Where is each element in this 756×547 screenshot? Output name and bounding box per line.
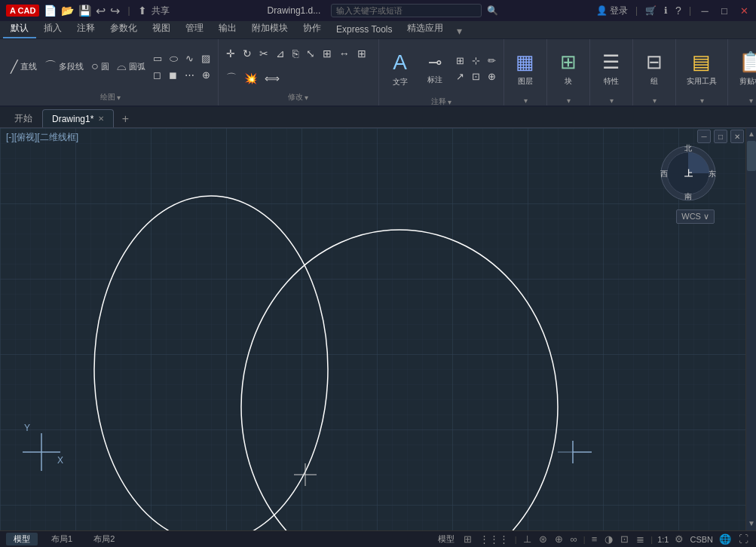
offset-btn[interactable]: ⊞ <box>320 46 335 61</box>
ribbon-tab-annotate[interactable]: 注释 <box>69 20 103 38</box>
ribbon-tab-manage[interactable]: 管理 <box>178 20 211 38</box>
tab-drawing1[interactable]: Drawing1* ✕ <box>42 109 114 127</box>
polar-toggle[interactable]: ⊛ <box>537 533 549 545</box>
search-input[interactable] <box>331 4 482 17</box>
extend-btn[interactable]: ↔ <box>336 46 353 61</box>
fillet-btn[interactable]: ⌒ <box>223 70 240 87</box>
settings-icon[interactable]: ⚙ <box>673 533 685 545</box>
ribbon-tab-default[interactable]: 默认 <box>3 20 36 38</box>
share-icon[interactable]: ⬆ <box>138 5 147 17</box>
mirror-btn[interactable]: ⊿ <box>273 46 288 61</box>
ribbon-tab-parametric[interactable]: 参数化 <box>103 20 145 38</box>
ortho-toggle[interactable]: ⊥ <box>522 533 533 545</box>
search-icon[interactable]: 🔍 <box>487 5 498 16</box>
center-mark-btn[interactable]: ⊕ <box>485 69 499 84</box>
arc-btn[interactable]: ⌓ 圆弧 <box>114 58 148 75</box>
layers-btn[interactable]: ▦ 图层 <box>509 42 542 95</box>
stretch-btn[interactable]: ⟺ <box>262 71 283 86</box>
draw-more-btn[interactable]: ⋯ <box>182 68 197 82</box>
props-group-expand[interactable]: ▾ <box>610 96 614 105</box>
cart-icon[interactable]: 🛒 <box>645 5 657 16</box>
draw-group-expand[interactable]: ▾ <box>117 93 121 102</box>
scrollbar-right[interactable]: ▲ ▼ <box>745 128 756 530</box>
help-icon[interactable]: ? <box>675 5 681 17</box>
info-icon[interactable]: ℹ <box>664 5 668 16</box>
region-btn[interactable]: ◻ <box>150 68 164 82</box>
ribbon-tab-express[interactable]: Express Tools <box>329 22 399 38</box>
lineweight-toggle[interactable]: ≡ <box>590 533 599 545</box>
open-icon[interactable]: 📂 <box>61 5 74 17</box>
markup-btn[interactable]: ✏ <box>485 53 499 68</box>
canvas-close-btn[interactable]: ✕ <box>730 130 744 143</box>
utilities-btn[interactable]: ▤ 实用工具 <box>681 42 723 95</box>
explode-btn[interactable]: 💥 <box>241 71 260 86</box>
trim-btn[interactable]: ✂ <box>256 46 271 61</box>
language-icon[interactable]: 🌐 <box>718 533 733 545</box>
wcs-badge[interactable]: WCS ∨ <box>676 209 715 224</box>
status-tab-layout1[interactable]: 布局1 <box>44 533 80 545</box>
status-tab-model[interactable]: 模型 <box>6 533 38 545</box>
canvas-maximize-btn[interactable]: □ <box>714 130 727 143</box>
ribbon-tab-collaborate[interactable]: 协作 <box>295 20 329 38</box>
snap-toggle[interactable]: ⋮⋮⋮ <box>478 533 510 545</box>
scroll-up-btn[interactable]: ▲ <box>746 128 756 139</box>
layers-group-expand[interactable]: ▾ <box>524 96 528 105</box>
scroll-thumb[interactable] <box>747 141 756 171</box>
polyline-btn[interactable]: ⌒ 多段线 <box>41 57 87 76</box>
line-btn[interactable]: ╱ 直线 <box>8 58 40 75</box>
new-icon[interactable]: 📄 <box>44 5 57 17</box>
hatch-btn[interactable]: ▨ <box>198 51 213 66</box>
scroll-down-btn[interactable]: ▼ <box>746 518 756 529</box>
more-ribbon-btn[interactable]: ▾ <box>454 23 465 38</box>
tab-drawing1-close[interactable]: ✕ <box>98 115 104 123</box>
otrack-toggle[interactable]: ∞ <box>569 533 579 545</box>
ribbon-tab-output[interactable]: 输出 <box>211 20 244 38</box>
group-btn[interactable]: ⊟ 组 <box>638 42 671 95</box>
text-btn[interactable]: A 文字 <box>384 42 417 95</box>
dynamic-toggle[interactable]: ⊡ <box>619 533 630 545</box>
move-btn[interactable]: ✛ <box>223 46 238 61</box>
save-icon[interactable]: 💾 <box>78 5 91 17</box>
fullscreen-icon[interactable]: ⛶ <box>737 533 750 545</box>
modify-group-expand[interactable]: ▾ <box>305 93 308 102</box>
status-tab-layout2[interactable]: 布局2 <box>86 533 122 545</box>
annotation-group-expand[interactable]: ▾ <box>448 98 451 106</box>
osnap-toggle[interactable]: ⊕ <box>553 533 565 545</box>
tolerance-btn[interactable]: ⊡ <box>469 69 483 84</box>
close-button[interactable]: ✕ <box>738 5 750 17</box>
canvas-minimize-btn[interactable]: ─ <box>697 130 711 143</box>
properties-btn[interactable]: ☰ 特性 <box>595 42 628 95</box>
login-button[interactable]: 👤 登录 <box>596 5 628 17</box>
undo-icon[interactable]: ↩ <box>96 4 106 18</box>
minimize-button[interactable]: ─ <box>699 5 711 17</box>
tab-start[interactable]: 开始 <box>5 109 42 127</box>
utilities-group-expand[interactable]: ▾ <box>700 96 704 105</box>
ribbon-tab-featured[interactable]: 精选应用 <box>399 20 451 38</box>
ellipse-btn[interactable]: ⬭ <box>167 51 181 66</box>
canvas-area[interactable]: [-][俯视][二维线框] <box>0 128 756 530</box>
copy-btn[interactable]: ⎘ <box>289 46 301 61</box>
group-group-expand[interactable]: ▾ <box>653 96 657 105</box>
ribbon-tab-view[interactable]: 视图 <box>145 20 178 38</box>
dimension-btn[interactable]: ⊸ 标注 <box>418 42 451 95</box>
rect-btn[interactable]: ▭ <box>150 51 165 66</box>
block-group-expand[interactable]: ▾ <box>567 96 571 105</box>
draw-extra-btn[interactable]: ⊕ <box>199 68 213 82</box>
scale-btn[interactable]: ⤡ <box>303 46 318 61</box>
table-btn[interactable]: ⊞ <box>453 53 467 68</box>
ribbon-tab-addon[interactable]: 附加模块 <box>244 20 295 38</box>
share-label[interactable]: 共享 <box>152 5 170 17</box>
grid-toggle[interactable]: ⊞ <box>462 533 473 545</box>
ribbon-tab-insert[interactable]: 插入 <box>36 20 69 38</box>
transparency-toggle[interactable]: ◑ <box>603 533 614 545</box>
props-toggle[interactable]: ≣ <box>635 533 646 545</box>
clipboard-btn[interactable]: 📋 剪贴板 <box>733 42 756 95</box>
array-btn[interactable]: ⊞ <box>354 46 369 61</box>
annot-more-btn[interactable]: ⊹ <box>469 53 483 68</box>
rotate-btn[interactable]: ↻ <box>240 46 255 61</box>
spline-btn[interactable]: ∿ <box>182 51 197 66</box>
redo-icon[interactable]: ↪ <box>110 4 120 18</box>
tab-add-btn[interactable]: + <box>117 111 133 127</box>
leader-btn[interactable]: ↗ <box>453 69 467 84</box>
circle-btn[interactable]: ○ 圆 <box>88 58 112 75</box>
